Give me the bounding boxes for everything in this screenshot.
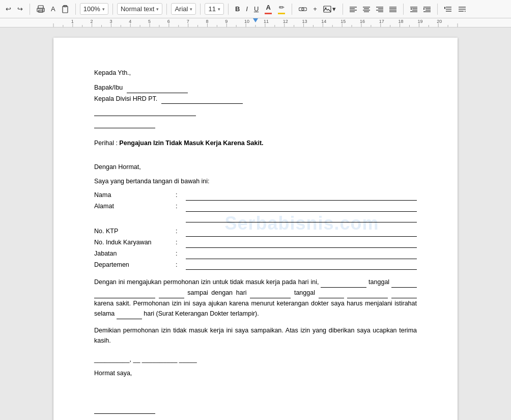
sep6 [228,4,229,15]
align-group [347,5,399,14]
blank-day [321,277,366,288]
hormat-saya: Hormat saya, [94,369,417,378]
font-color-label: A [266,4,271,11]
field-alamat-label: Alamat [94,202,176,211]
sep3 [112,4,113,15]
font-color-bar [265,13,272,14]
zoom-dropdown[interactable]: 100% ▾ [80,3,108,15]
size-value: 11 [208,5,215,13]
bold-button[interactable]: B [233,4,242,14]
image-icon [323,6,331,13]
highlight-bar [278,13,285,14]
document-content[interactable]: Kepada Yth., Bapak/Ibu Kepala Divisi HRD… [94,68,417,414]
zoom-arrow: ▾ [102,7,105,12]
style-dropdown[interactable]: Normal text ▾ [117,3,162,15]
address-blank2 [161,94,243,104]
italic-button[interactable]: I [243,4,250,14]
print-group: A [34,4,71,15]
align-center-button[interactable] [360,5,373,14]
size-arrow: ▾ [218,7,220,12]
format-group: B I U A ✏ [233,2,288,16]
subject-text: Pengajuan Izin Tidak Masuk Kerja Karena … [119,139,263,147]
indent-group [408,5,433,14]
blank-month1 [94,288,155,298]
clipboard-icon [62,5,69,13]
place-date: __________, __ __________ _____ [94,355,417,365]
field-induk-colon: : [176,238,186,247]
address-blank1 [127,83,188,93]
indent-increase-button[interactable] [421,5,433,14]
link-button[interactable] [296,5,309,13]
field-nama-value [186,190,417,201]
indent-decrease-button[interactable] [408,5,420,14]
align-left-button[interactable] [347,5,359,14]
sep4 [166,4,167,15]
font-color-button[interactable]: A [262,2,274,16]
greeting-to: Kepada Yth., [94,68,417,78]
field-ktp-row: No. KTP : [94,227,417,237]
field-ktp-colon: : [176,227,186,236]
blank-year2 [391,288,417,298]
address-line2: Kepala Divisi HRD PT. [94,94,417,104]
align-center-icon [363,6,370,12]
link-icon [299,7,307,12]
field-ktp-label: No. KTP [94,227,176,236]
address-label2: Kepala Divisi HRD PT. [94,95,157,102]
field-alamat-line1 [186,202,417,212]
align-justify-icon [389,6,396,12]
scroll-area[interactable]: Serbabisnis.com Kepada Yth., Bapak/Ibu K… [0,27,511,420]
image-button[interactable]: ▾ [321,4,338,14]
address-extra-lines [94,106,417,128]
line-spacing-icon [444,6,451,12]
print-icon [37,5,45,13]
size-dropdown[interactable]: 11 ▾ [205,3,223,15]
image-arrow: ▾ [332,5,336,13]
font-dropdown[interactable]: Arial ▾ [171,3,196,15]
field-alamat-line2 [186,213,417,223]
svg-rect-6 [324,6,331,12]
field-nama-label: Nama [94,190,176,200]
field-alamat-value [186,202,417,224]
address-line1: Bapak/Ibu [94,83,417,93]
sep9 [403,4,404,15]
field-jabatan-label: Jabatan [94,249,176,259]
line-spacing-button[interactable] [442,5,454,14]
blank-days [117,309,142,319]
address-extra-line2 [94,118,155,128]
address-label1: Bapak/Ibu [94,84,123,91]
signature-area [94,404,417,414]
fields-block2: No. KTP : No. Induk Karyawan : Jabatan :… [94,227,417,270]
ruler [0,18,511,27]
salutation: Dengan Hormat, [94,162,417,172]
field-induk-value [186,238,417,248]
blank-date2 [319,288,344,298]
align-right-button[interactable] [374,5,386,14]
ruler-canvas [0,18,511,27]
field-induk-label: No. Induk Karyawan [94,238,176,247]
print-button[interactable] [34,4,47,15]
svg-marker-42 [465,10,466,12]
sep2 [75,4,76,15]
undo-button[interactable]: ↩ [3,4,14,14]
more-options-icon [459,6,466,12]
align-left-icon [350,6,357,12]
signature-line [94,404,155,414]
highlight-button[interactable]: ✏ [275,2,288,16]
subject-line: Perihal : Pengajuan Izin Tidak Masuk Ker… [94,138,417,148]
insert-button[interactable]: + [310,4,320,14]
address-extra-line1 [94,106,196,116]
align-justify-button[interactable] [387,5,399,14]
font-style-button[interactable]: A [48,4,58,14]
underline-button[interactable]: U [251,4,261,14]
font-value: Arial [175,5,188,13]
redo-button[interactable]: ↪ [15,4,25,14]
indent-decrease-icon [410,6,417,12]
highlight-label: ✏ [279,4,285,11]
font-arrow: ▾ [190,7,192,12]
field-jabatan-value [186,249,417,259]
clipboard-button[interactable] [59,4,71,15]
more-options-button[interactable] [456,5,468,14]
field-ktp-value [186,227,417,237]
blank-month2 [347,288,388,298]
fields-block: Nama : Alamat : [94,190,417,223]
